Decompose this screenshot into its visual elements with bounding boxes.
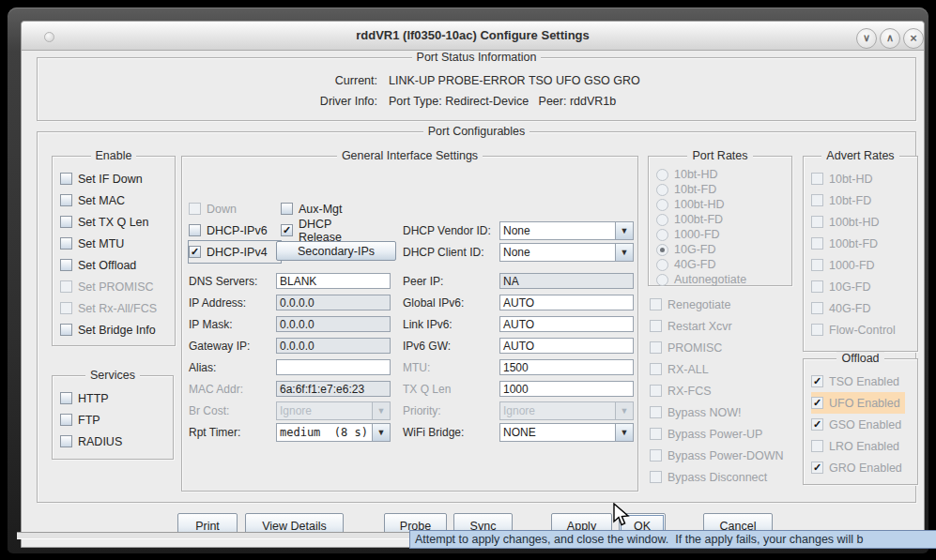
general-checkbox: ✓ Down [189,198,281,219]
row-dhcp4-secondary: ✓ DHCP-IPv4 Secondary-IPs [189,241,405,263]
field-input[interactable]: medium (8 s) ▼ [276,423,391,442]
checkbox-box-icon: ✓ [650,341,662,354]
enable-checkbox[interactable]: ✓ Set MAC [60,189,130,211]
field-label: Gateway IP: [189,340,276,353]
general-right-top-fields: DHCP Vendor ID: None ▼ DHCP Client ID: [403,219,636,263]
field-row: WiFi Bridge: NONE ▼ [403,421,636,443]
general-right-column: DHCP Vendor ID: None ▼ DHCP Client ID: [403,198,636,443]
field-row: IP Mask: 0.0.0.0 ▼ [189,313,405,335]
port-rate-radio: ✓ 10G-FD [656,242,720,257]
service-checkbox[interactable]: ✓ RADIUS [60,431,127,452]
enable-checkbox[interactable]: ✓ Set TX Q Len [60,211,154,233]
field-label: TX Q Len [403,383,499,396]
enable-checkbox[interactable]: ✓ Set IF Down [60,168,147,189]
port-rate-radio: ✓ Autonegotiate [656,272,751,287]
field-label: DHCP Client ID: [403,246,499,259]
dropdown-arrow-icon[interactable]: ▼ [615,244,633,261]
enable-checkbox[interactable]: ✓ Set MTU [60,233,129,254]
port-flag-checkbox: ✓ Bypass Disconnect [650,466,772,488]
dropdown-arrow-icon[interactable]: ▼ [615,222,633,239]
status-row-current: Current: LINK-UP PROBE-ERROR TSO UFO GSO… [38,70,915,91]
checkbox-box-icon: ✓ [189,224,201,236]
field-input[interactable]: None ▼ [499,221,634,240]
radio-circle-icon: ✓ [656,214,668,226]
field-label: DNS Servers: [189,275,276,288]
checkbox-box-icon: ✓ [281,203,293,215]
general-settings-group: General Interface Settings ✓ Down ✓ [181,156,638,492]
checkbox-box-icon: ✓ [650,428,662,440]
desktop: { "window": { "title": "rddVR1 (lf0350-1… [0,0,936,560]
port-flag-checkbox: ✓ Bypass Power-DOWN [650,445,789,466]
service-checkbox[interactable]: ✓ FTP [60,409,105,431]
general-checkbox[interactable]: ✓ DHCP-IPv6 [189,219,281,241]
enable-checkbox[interactable]: ✓ Set Bridge Info [60,319,161,341]
field-input[interactable]: AUTO ▼ [499,338,634,354]
field-label: IP Address: [189,296,276,310]
checkbox-box-icon: ✓ [60,173,72,185]
field-input[interactable]: Ignore ▼ [499,401,634,420]
field-input[interactable]: AUTO ▼ [499,295,634,310]
dropdown-arrow-icon[interactable]: ▼ [615,402,633,419]
services-checkbox-list: ✓ HTTP ✓ FTP ✓ RADIUS [53,376,173,452]
general-checkbox[interactable]: ✓ DHCP Release [281,219,373,241]
checkbox-box-icon: ✓ [811,418,823,431]
field-row: Br Cost: Ignore ▼ [189,400,405,421]
window-title: rddVR1 (lf0350-10ac) Configure Settings [22,28,924,42]
checkbox-box-icon: ✓ [60,194,72,206]
checkbox-box-icon: ✓ [811,324,823,336]
radio-circle-icon: ✓ [656,169,668,181]
field-input[interactable]: NONE ▼ [499,423,634,442]
service-checkbox[interactable]: ✓ HTTP [60,387,114,409]
enable-checkbox[interactable]: ✓ Set Offload [60,254,141,276]
field-input[interactable]: NA ▼ [499,273,634,289]
offload-checkbox: ✓ LRO Enabled [811,435,904,457]
field-row: Global IPv6: AUTO ▼ [403,292,636,313]
field-row: MTU: 1500 ▼ [403,356,636,378]
port-configurables-title: Port Configurables [38,125,915,138]
checkbox-box-icon: ✓ [811,462,823,474]
minimize-button[interactable]: ∨ [856,28,877,49]
checkbox-box-icon: ✓ [60,302,72,314]
field-input[interactable]: ▼ [276,359,391,375]
ok-button-tooltip: Attempt to apply changes, and close the … [409,530,936,549]
field-input[interactable]: 1000 ▼ [499,381,634,397]
general-left-column: ✓ Down ✓ Aux-Mgt [189,198,405,443]
checkbox-box-icon: ✓ [650,471,662,483]
field-input[interactable]: 0.0.0.0 ▼ [276,295,391,310]
port-flag-checkbox: ✓ Bypass NOW! [650,401,746,423]
checkbox-box-icon: ✓ [811,237,823,250]
field-row: Link IPv6: AUTO ▼ [403,313,636,335]
field-input[interactable]: 0.0.0.0 ▼ [276,316,391,332]
field-input[interactable]: None ▼ [499,243,634,262]
checkbox-box-icon: ✓ [60,324,72,336]
radio-circle-icon: ✓ [656,184,668,196]
checkbox-box-icon: ✓ [60,280,72,293]
port-flag-checkbox: ✓ PROMISC [650,337,727,358]
titlebar[interactable]: rddVR1 (lf0350-10ac) Configure Settings … [22,22,924,51]
field-input[interactable]: 0.0.0.0 ▼ [276,338,391,354]
field-input[interactable]: AUTO ▼ [499,316,634,332]
field-input[interactable]: 1500 ▼ [499,359,634,375]
advert-rate-checkbox: ✓ 1000-FD [811,254,880,276]
maximize-button[interactable]: ∧ [880,28,900,49]
field-label: Alias: [189,361,276,374]
port-flag-checkbox: ✓ Bypass Power-UP [650,423,767,445]
dropdown-arrow-icon[interactable]: ▼ [372,402,390,419]
secondary-ips-button[interactable]: Secondary-IPs [276,241,396,261]
advert-rate-checkbox: ✓ Flow-Control [811,319,900,341]
general-checkbox[interactable]: ✓ DHCP-IPv4 [189,241,281,263]
dropdown-arrow-icon[interactable]: ▼ [372,424,390,441]
close-button[interactable]: × [903,28,924,49]
field-label: Rpt Timer: [189,426,276,439]
field-label: Link IPv6: [403,318,499,331]
dropdown-arrow-icon[interactable]: ▼ [615,424,633,441]
port-configurables-panel: Port Configurables Enable ✓ Set IF Down … [37,131,916,503]
offload-checkbox-list: ✓ TSO Enabled ✓ UFO Enabled ✓ GSO Enable… [804,359,917,478]
advert-rate-checkbox: ✓ 100bt-HD [811,211,884,233]
field-input[interactable]: Ignore ▼ [276,401,391,420]
field-input[interactable]: BLANK ▼ [276,273,391,289]
checkbox-box-icon: ✓ [60,414,72,426]
checkbox-box-icon: ✓ [811,440,823,452]
current-value: LINK-UP PROBE-ERROR TSO UFO GSO GRO [389,74,640,87]
field-input[interactable]: 6a:6f:f1:e7:e6:23 ▼ [276,381,391,397]
